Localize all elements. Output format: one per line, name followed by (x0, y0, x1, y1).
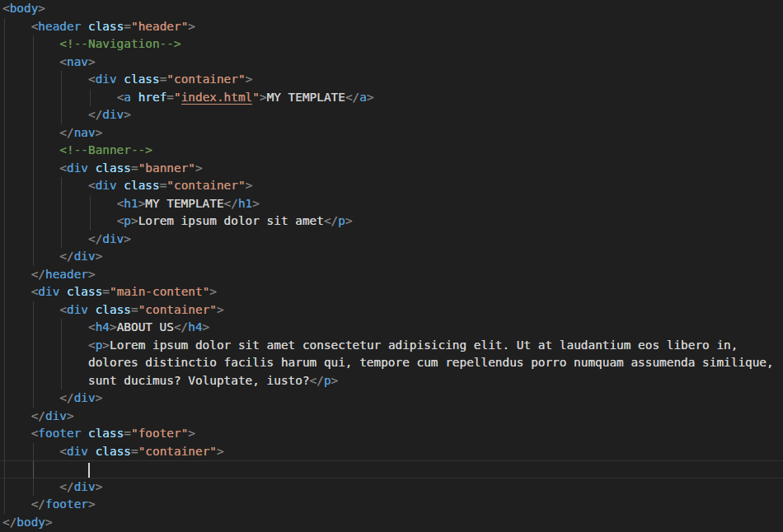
indent-guide (4, 443, 5, 461)
indent-guide (4, 142, 5, 160)
code-line[interactable]: <a href="index.html">MY TEMPLATE</a> (0, 89, 783, 107)
indent-guide (90, 89, 91, 107)
token-punctuation: < (88, 179, 96, 192)
token-text-content (88, 161, 96, 175)
token-text-content: MY TEMPLATE (267, 91, 345, 104)
token-punctuation: </ (324, 214, 338, 227)
code-line[interactable]: </nav> (0, 124, 783, 142)
code-line[interactable]: dolores distinctio facilis harum qui, te… (0, 354, 783, 372)
code-line[interactable]: </header> (0, 266, 783, 284)
indent-guide (4, 337, 5, 355)
code-line[interactable]: <div class="main-content"> (0, 283, 783, 301)
token-punctuation: > (88, 268, 96, 281)
indent-guide (33, 35, 34, 54)
indent-guide (4, 461, 5, 478)
code-line-current[interactable] (0, 460, 783, 478)
token-punctuation: > (96, 391, 103, 404)
token-attribute-value: "container" (166, 72, 245, 86)
indent-guide (61, 231, 62, 249)
indent-guide (4, 496, 5, 514)
token-punctuation: </ (88, 108, 102, 121)
indent-guide (33, 54, 34, 72)
code-line[interactable]: </footer> (0, 496, 783, 514)
code-line[interactable]: <header class="header"> (0, 18, 783, 36)
code-line[interactable]: </div> (0, 408, 783, 426)
code-line[interactable]: <p>Lorem ipsum dolor sit amet</p> (0, 212, 783, 231)
indent-guide (33, 372, 34, 390)
token-tag-name: div (38, 285, 59, 298)
code-line[interactable]: <div class="container"> (0, 71, 783, 89)
code-line[interactable]: <nav> (0, 54, 783, 72)
indent-guide (33, 337, 34, 355)
token-file-link[interactable]: index.html (181, 91, 253, 105)
token-comment: <!--Navigation--> (59, 37, 181, 50)
indent-guide (4, 212, 5, 231)
token-tag-name: h1 (238, 197, 252, 210)
indent-guide (61, 212, 62, 231)
code-text: <nav> (2, 55, 96, 68)
token-tag-name: p (338, 214, 345, 227)
code-editor[interactable]: <body> <header class="header"> <!--Navig… (0, 0, 783, 532)
code-text: <div class="container"> (2, 445, 224, 458)
indent-guide (4, 425, 5, 443)
token-tag-name: div (74, 480, 96, 493)
token-tag-name: div (74, 250, 96, 263)
token-tag-name: h4 (188, 320, 202, 334)
token-punctuation: = (131, 303, 138, 316)
token-attribute-value: "header" (131, 20, 188, 33)
code-line[interactable]: </div> (0, 106, 783, 124)
code-line[interactable]: </div> (0, 390, 783, 408)
token-punctuation: = (131, 161, 138, 175)
token-punctuation: > (209, 285, 217, 298)
code-text: <!--Navigation--> (2, 37, 181, 50)
code-line[interactable]: </div> (0, 248, 783, 266)
indent-guide (61, 354, 62, 372)
indent-guide (90, 212, 91, 231)
code-text: </div> (2, 108, 131, 121)
code-text: <body> (2, 2, 45, 15)
token-attribute-name: class (96, 161, 131, 175)
code-line[interactable]: sunt ducimus? Voluptate, iusto?</p> (0, 372, 783, 390)
token-punctuation: < (88, 72, 96, 86)
token-punctuation: > (124, 232, 131, 245)
code-text: </div> (2, 250, 102, 263)
code-line[interactable]: </div> (0, 478, 783, 497)
token-punctuation: = (124, 427, 131, 440)
code-text: <div class="container"> (2, 303, 224, 316)
token-punctuation: > (102, 338, 110, 352)
token-tag-name: div (102, 232, 124, 245)
indent-guide (61, 319, 62, 337)
token-text-content: Lorem ipsum dolor sit amet consectetur a… (110, 338, 738, 352)
code-line[interactable]: <div class="banner"> (0, 160, 783, 178)
token-punctuation: > (131, 214, 138, 227)
indent-guide (61, 177, 62, 195)
code-line[interactable]: <div class="container"> (0, 443, 783, 461)
token-punctuation: > (124, 108, 131, 121)
code-line[interactable]: <!--Navigation--> (0, 35, 783, 54)
code-line[interactable]: <body> (0, 0, 783, 18)
token-indent-whitespace (2, 303, 59, 316)
code-line[interactable]: <div class="container"> (0, 177, 783, 195)
token-punctuation: </ (310, 374, 324, 387)
code-line[interactable]: <h1>MY TEMPLATE</h1> (0, 195, 783, 213)
code-line[interactable]: <h4>ABOUT US</h4> (0, 319, 783, 337)
code-text: <footer class="footer"> (2, 427, 195, 440)
code-line[interactable]: <!--Banner--> (0, 142, 783, 160)
code-line[interactable]: <footer class="footer"> (0, 425, 783, 443)
code-line[interactable]: <div class="container"> (0, 301, 783, 320)
token-punctuation: > (203, 320, 210, 334)
token-attribute-name: class (88, 20, 124, 33)
indent-guide (4, 231, 5, 249)
token-tag-name: p (96, 338, 103, 352)
code-line[interactable]: </div> (0, 231, 783, 249)
indent-guide (33, 160, 34, 178)
indent-guide (33, 354, 34, 372)
token-attribute-name: class (96, 303, 131, 316)
token-punctuation: > (67, 409, 74, 422)
code-line[interactable]: <p>Lorem ipsum dolor sit amet consectetu… (0, 337, 783, 355)
token-text-content (88, 445, 96, 458)
token-punctuation: = (102, 285, 110, 298)
indent-guide (33, 124, 34, 142)
code-text: <p>Lorem ipsum dolor sit amet</p> (2, 214, 353, 227)
code-line[interactable]: </body> (0, 514, 783, 532)
